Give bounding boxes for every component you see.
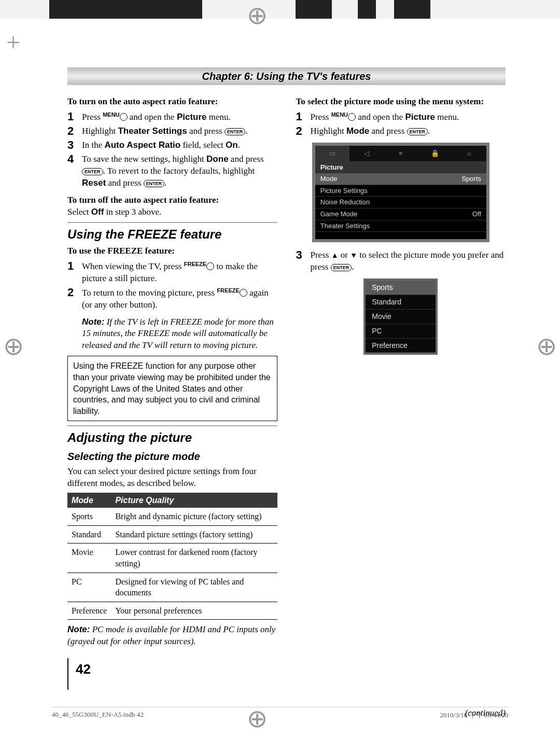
heading-auto-off: To turn off the auto aspect ratio featur…: [67, 194, 277, 206]
osd-row: Theater Settings: [315, 220, 486, 232]
remote-button-icon: [206, 262, 214, 270]
osd-picture-menu: ▭ ◁ ≡ 🔒 ☼ Picture ModeSports Picture Set…: [312, 143, 489, 242]
enter-button-icon: ENTER: [407, 128, 428, 135]
freeze-button-label: FREEZE: [184, 261, 206, 267]
step-text: Highlight Theater Settings and press ENT…: [82, 126, 248, 137]
up-arrow-icon: ▲: [331, 252, 339, 259]
footer-timestamp: 2010/3/16 下午 05:44:00: [440, 711, 508, 720]
osd-row: ModeSports: [315, 173, 486, 185]
content-area: To turn on the auto aspect ratio feature…: [67, 96, 506, 695]
subsection-select-mode: Selecting the picture mode: [67, 450, 277, 464]
page-number: 42: [67, 658, 91, 690]
enter-button-icon: ENTER: [144, 180, 165, 187]
step-number: 1: [67, 111, 82, 122]
step-number: 1: [296, 111, 311, 122]
freeze-note: Note: If the TV is left in FREEZE mode f…: [82, 316, 277, 352]
step-text: Press MENU and open the Picture menu.: [82, 111, 231, 123]
select-mode-body: You can select your desired picture sett…: [67, 466, 277, 490]
step-number: 1: [67, 260, 82, 272]
mode-option: PC: [366, 324, 436, 339]
steps-select-mode: 1 Press MENU and open the Picture menu. …: [296, 111, 506, 137]
table-row: StandardStandard picture settings (facto…: [67, 525, 277, 544]
left-column: To turn on the auto aspect ratio feature…: [67, 96, 277, 695]
steps-select-mode-cont: 3 Press ▲ or ▼ to select the picture mod…: [296, 249, 506, 273]
osd-header: Picture: [315, 161, 486, 174]
mode-option: Sports: [366, 281, 436, 295]
heading-freeze-use: To use the FREEZE feature:: [67, 245, 277, 257]
osd-row: Noise Reduction: [315, 197, 486, 208]
pc-mode-note: Note: PC mode is available for HDMI and …: [67, 624, 277, 648]
footer-filename: 40_46_55G300U_EN-A5.indb 42: [52, 711, 144, 720]
steps-freeze: 1 When viewing the TV, press FREEZE to m…: [67, 260, 277, 311]
heading-select-menu: To select the picture mode using the men…: [296, 96, 506, 108]
table-row: MovieLower contrast for darkened room (f…: [67, 544, 277, 573]
print-footer: 40_46_55G300U_EN-A5.indb 42 2010/3/16 下午…: [52, 707, 508, 720]
osd-tab-lock-icon: 🔒: [418, 146, 452, 161]
remote-button-icon: [240, 289, 247, 297]
osd-tab-settings-icon: ≡: [384, 146, 418, 161]
osd-row: Picture Settings: [315, 185, 486, 197]
chapter-title: Chapter 6: Using the TV's features: [67, 67, 506, 85]
osd-tab-setup-icon: ☼: [452, 146, 486, 161]
step-text: Highlight Mode and press ENTER.: [311, 126, 430, 137]
table-row: PreferenceYour personal preferences: [67, 602, 277, 620]
step-text: Press ▲ or ▼ to select the picture mode …: [311, 249, 506, 273]
crop-mark: +: [6, 30, 20, 55]
step-number: 3: [67, 140, 82, 151]
table-row: SportsBright and dynamic picture (factor…: [67, 508, 277, 525]
col-quality: Picture Quality: [111, 493, 277, 508]
step-text: When viewing the TV, press FREEZE to mak…: [82, 260, 277, 285]
crop-mark: ⊕: [247, 3, 268, 28]
picture-mode-table: ModePicture Quality SportsBright and dyn…: [67, 493, 277, 620]
freeze-warning-box: Using the FREEZE function for any purpos…: [67, 356, 277, 421]
right-column: To select the picture mode using the men…: [296, 96, 506, 695]
mode-option: Standard: [366, 295, 436, 310]
down-arrow-icon: ▼: [350, 252, 357, 259]
step-text: In the Auto Aspect Ratio field, select O…: [82, 140, 240, 151]
section-freeze: Using the FREEZE feature: [67, 222, 277, 243]
enter-button-icon: ENTER: [225, 128, 246, 135]
steps-auto-on: 1 Press MENU and open the Picture menu. …: [67, 111, 277, 189]
col-mode: Mode: [67, 493, 111, 508]
step-text: To save the new settings, highlight Done…: [82, 154, 277, 189]
step-number: 2: [67, 287, 82, 298]
remote-button-icon: [348, 113, 356, 121]
mode-option: Preference: [366, 339, 436, 353]
table-row: PCDesigned for viewing of PC tables and …: [67, 573, 277, 602]
osd-mode-list: Sports Standard Movie PC Preference: [363, 278, 438, 355]
osd-tab-audio-icon: ◁: [349, 146, 384, 161]
print-registration-bar: [0, 0, 560, 19]
crop-mark: ⊕: [3, 334, 24, 359]
freeze-button-label: FREEZE: [217, 287, 239, 294]
step-number: 2: [296, 126, 311, 137]
menu-button-label: MENU: [331, 112, 348, 118]
step-text: Press MENU and open the Picture menu.: [311, 111, 459, 123]
manual-page: + ⊕ ⊕ ⊕ ⊕ Chapter 6: Using the TV's feat…: [0, 0, 560, 752]
auto-off-text: Select Off in step 3 above.: [67, 206, 277, 218]
osd-row: Game ModeOff: [315, 208, 486, 220]
step-number: 3: [296, 249, 311, 261]
step-text: To return to the moving picture, press F…: [82, 287, 277, 311]
mode-option: Movie: [366, 310, 436, 324]
osd-tab-picture-icon: ▭: [315, 146, 349, 161]
section-adjust: Adjusting the picture: [67, 425, 277, 446]
step-number: 4: [67, 154, 82, 165]
remote-button-icon: [120, 113, 128, 121]
step-number: 2: [67, 126, 82, 137]
crop-mark: ⊕: [536, 334, 557, 359]
enter-button-icon: ENTER: [331, 264, 352, 271]
enter-button-icon: ENTER: [82, 168, 103, 175]
menu-button-label: MENU: [103, 112, 119, 118]
heading-auto-on: To turn on the auto aspect ratio feature…: [67, 96, 277, 108]
